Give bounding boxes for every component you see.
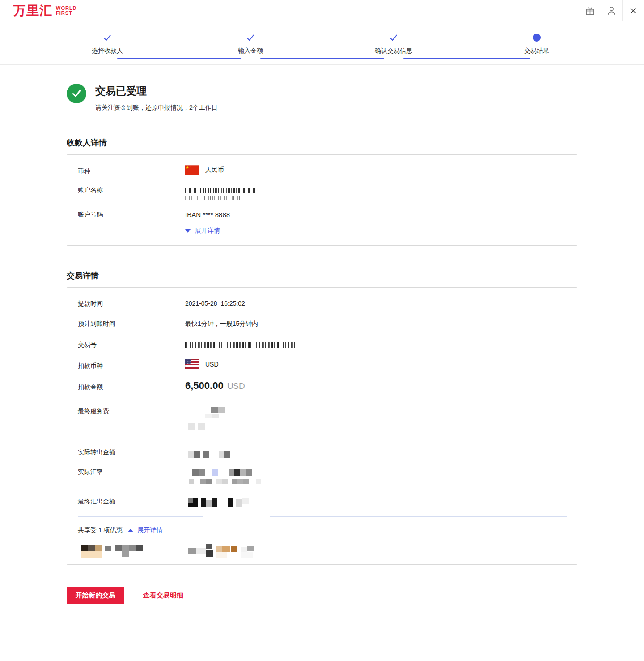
debit-amount-value: 6,500.00USD [185, 380, 245, 392]
worldfirst-logo: 万里汇 WORLD FIRST [13, 2, 77, 19]
gift-icon[interactable] [579, 0, 601, 21]
actual-out-label: 实际转出金额 [78, 448, 115, 456]
recipient-expand-details-link[interactable]: 展开详情 [185, 227, 220, 235]
step-check-icon [389, 33, 398, 43]
progress-stepper: 选择收款人 输入金额 确认交易信息 交易结果 [0, 21, 644, 65]
us-flag-icon [185, 359, 199, 369]
debit-amount-label: 扣款金额 [78, 383, 103, 391]
recipient-section-title: 收款人详情 [67, 137, 577, 148]
app-header: 万里汇 WORLD FIRST [0, 0, 644, 21]
step-label-result: 交易结果 [501, 47, 572, 55]
result-title: 交易已受理 [95, 84, 218, 98]
step-label-enter-amount: 输入金额 [215, 47, 286, 55]
final-amount-label: 最终汇出金额 [78, 498, 115, 506]
service-fee-label: 最终服务费 [78, 407, 109, 415]
service-fee-redacted [185, 406, 284, 451]
step-check-icon [102, 33, 112, 43]
action-buttons: 开始新的交易 查看交易明细 [67, 587, 577, 656]
actual-rate-redacted [185, 469, 284, 487]
stepper-connector [403, 58, 530, 59]
eta-value: 最快1分钟，一般15分钟内 [185, 320, 258, 328]
logo-cn-text: 万里汇 [13, 2, 52, 19]
transaction-details-card: 提款时间 2021-05-28 16:25:02 预计到账时间 最快1分钟，一般… [67, 287, 577, 565]
step-label-confirm-info: 确认交易信息 [358, 47, 429, 55]
close-icon[interactable] [623, 0, 644, 21]
debit-currency-label: 扣款币种 [78, 362, 103, 370]
chevron-up-icon [128, 529, 133, 532]
chevron-down-icon [185, 229, 191, 233]
logo-en-text: WORLD FIRST [56, 6, 77, 16]
transaction-number-redacted [185, 342, 297, 349]
final-amount-redacted [185, 497, 275, 508]
promo-row: 共享受 1 项优惠 展开详情 [78, 526, 163, 534]
debit-amount-currency: USD [227, 381, 245, 391]
transaction-number-label: 交易号 [78, 341, 97, 349]
currency-label: 币种 [78, 167, 90, 175]
step-label-select-payee: 选择收款人 [72, 47, 143, 55]
eta-label: 预计到账时间 [78, 320, 115, 328]
cn-flag-icon [185, 165, 199, 175]
account-name-redacted [185, 188, 258, 202]
transaction-section-title: 交易详情 [67, 270, 577, 281]
view-transaction-detail-link[interactable]: 查看交易明细 [143, 591, 183, 600]
transaction-result-banner: 交易已受理 请关注资金到账，还原申报情况，2个工作日 [67, 84, 577, 112]
debit-currency-code: USD [205, 361, 219, 368]
profile-icon[interactable] [601, 0, 622, 21]
withdraw-time-label: 提款时间 [78, 300, 103, 308]
withdraw-time-value: 2021-05-28 16:25:02 [185, 300, 245, 307]
account-name-label: 账户名称 [78, 186, 103, 194]
account-number-value: IBAN **** 8888 [185, 211, 230, 218]
step-current-dot-icon [533, 34, 541, 42]
promo-details-redacted [78, 544, 565, 559]
stepper-connector [260, 58, 384, 59]
stepper-connector [117, 58, 241, 59]
actual-out-redacted [185, 451, 275, 460]
start-new-transaction-button[interactable]: 开始新的交易 [67, 587, 124, 604]
promo-expand-details-link[interactable]: 展开详情 [128, 526, 163, 534]
debit-amount-number: 6,500.00 [185, 380, 224, 391]
result-subtitle: 请关注资金到账，还原申报情况，2个工作日 [95, 104, 218, 112]
promo-text: 共享受 1 项优惠 [78, 526, 123, 534]
currency-name: 人民币 [205, 166, 224, 174]
recipient-details-card: 币种 人民币 账户名称 账户号码 [67, 154, 577, 246]
promo-expand-label: 展开详情 [138, 526, 163, 534]
actual-rate-label: 实际汇率 [78, 468, 103, 476]
row-divider [270, 516, 567, 517]
step-check-icon [246, 33, 255, 43]
success-check-icon [67, 84, 86, 103]
expand-details-label: 展开详情 [195, 227, 220, 235]
debit-currency-value: USD [185, 359, 219, 369]
row-divider [78, 516, 203, 517]
currency-value: 人民币 [185, 165, 224, 175]
account-number-label: 账户号码 [78, 211, 103, 219]
